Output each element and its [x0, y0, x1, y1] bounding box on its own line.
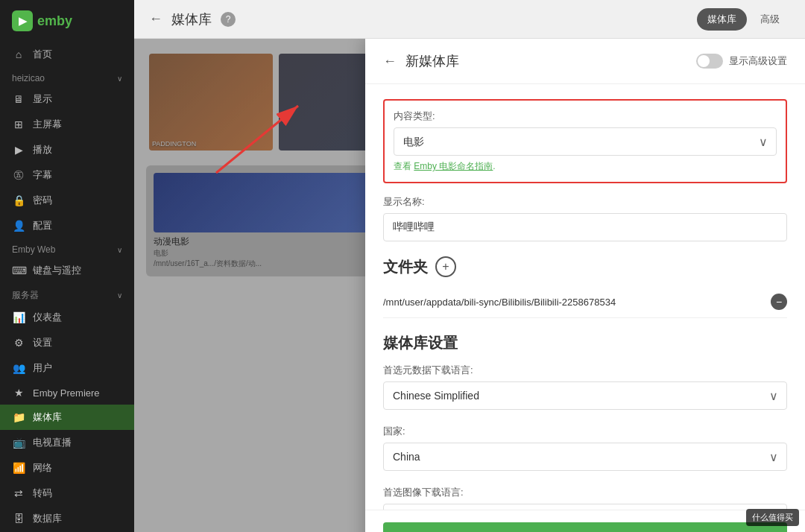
main-area: ← 媒体库 ? 媒体库 高级 PADDINGTON DIABL: [134, 0, 805, 532]
sidebar-section-embyweb: Emby Web ∨: [0, 238, 134, 258]
logo-text: emby: [37, 13, 72, 29]
library-settings-title: 媒体库设置: [383, 333, 787, 353]
sidebar-item-profile[interactable]: 👤 配置: [0, 213, 134, 238]
sidebar-item-homescreen-label: 主屏幕: [33, 118, 62, 131]
topbar-back-button[interactable]: ←: [149, 11, 162, 27]
help-button[interactable]: ?: [221, 12, 236, 27]
folder-section: 文件夹 + /mnt/user/appdata/bili-sync/Bilibi…: [383, 256, 787, 318]
display-name-input[interactable]: [383, 213, 787, 241]
sidebar-item-dashboard-label: 仪表盘: [33, 311, 62, 324]
sidebar-item-profile-label: 配置: [33, 219, 52, 232]
sidebar-item-subtitles[interactable]: ㊄ 字幕: [0, 162, 134, 188]
sidebar-item-database[interactable]: 🗄 数据库: [0, 506, 134, 531]
wifi-icon: 📶: [12, 462, 25, 474]
tab-advanced[interactable]: 高级: [750, 8, 790, 31]
folder-path-row: /mnt/user/appdata/bili-sync/Bilibilis/Bi…: [383, 286, 787, 318]
confirm-button[interactable]: 确定: [383, 522, 787, 532]
sidebar-item-transcoding-label: 转码: [33, 487, 52, 500]
country-label: 国家:: [383, 425, 787, 438]
folder-section-title: 文件夹: [383, 257, 428, 277]
image-lang-label: 首选图像下载语言:: [383, 486, 787, 499]
sidebar-item-password-label: 密码: [33, 194, 52, 207]
sidebar-item-livetv[interactable]: 📺 电视直播: [0, 430, 134, 455]
dialog-back-button[interactable]: ←: [383, 54, 397, 69]
sidebar-item-display-label: 显示: [33, 92, 52, 106]
sidebar-section-heizicao: heizicao ∨: [0, 67, 134, 86]
folder-path-text: /mnt/user/appdata/bili-sync/Bilibilis/Bi…: [383, 297, 765, 308]
display-icon: 🖥: [12, 93, 25, 105]
metadata-lang-label: 首选元数据下载语言:: [383, 364, 787, 377]
folder-icon: 📁: [12, 411, 25, 423]
dialog-header: ← 新媒体库 显示高级设置: [365, 39, 805, 84]
form-hint: 查看 Emby 电影命名指南.: [394, 160, 777, 173]
folder-remove-button[interactable]: −: [771, 294, 787, 310]
subtitle-icon: ㊄: [12, 168, 25, 182]
sidebar-item-password[interactable]: 🔒 密码: [0, 188, 134, 213]
logo-icon: ▶: [12, 10, 33, 31]
sidebar-item-network-label: 网络: [33, 461, 52, 475]
transcode-icon: ⇄: [12, 487, 25, 499]
country-select[interactable]: China: [383, 443, 787, 471]
sidebar-item-premiere[interactable]: ★ Emby Premiere: [0, 381, 134, 405]
toggle-knob: [698, 55, 710, 67]
folder-add-button[interactable]: +: [435, 256, 456, 277]
metadata-lang-select[interactable]: Chinese Simplified: [383, 381, 787, 410]
home-icon: ⌂: [12, 48, 25, 60]
sidebar-item-premiere-label: Emby Premiere: [33, 387, 100, 399]
dialog: ← 新媒体库 显示高级设置 内容类型:: [365, 39, 805, 532]
sidebar-item-library[interactable]: 📁 媒体库: [0, 405, 134, 430]
sidebar-item-network[interactable]: 📶 网络: [0, 455, 134, 481]
play-icon: ▶: [12, 144, 25, 156]
dialog-overlay: ← 新媒体库 显示高级设置 内容类型:: [134, 39, 805, 532]
sidebar-item-home[interactable]: ⌂ 首页: [0, 42, 134, 67]
sidebar-item-display[interactable]: 🖥 显示: [0, 86, 134, 112]
users-icon: 👥: [12, 362, 25, 374]
sidebar-item-homescreen[interactable]: ⊞ 主屏幕: [0, 112, 134, 137]
sidebar-item-settings[interactable]: ⚙ 设置: [0, 330, 134, 355]
folder-header: 文件夹 +: [383, 256, 787, 277]
content-type-label: 内容类型:: [394, 110, 777, 123]
star-icon: ★: [12, 387, 25, 399]
content-background: PADDINGTON DIABLO 动漫电影 电影/mnt/user/16T_a…: [134, 39, 805, 532]
person-icon: 👤: [12, 220, 25, 232]
topbar-tabs: 媒体库 高级: [697, 8, 790, 31]
keyboard-icon: ⌨: [12, 265, 25, 276]
tab-library[interactable]: 媒体库: [697, 8, 747, 31]
sidebar-item-transcoding[interactable]: ⇄ 转码: [0, 481, 134, 506]
logo-area: ▶ emby: [0, 0, 134, 42]
lock-icon: 🔒: [12, 194, 25, 206]
metadata-lang-select-wrapper: Chinese Simplified ∨: [383, 381, 787, 410]
metadata-lang-section: 首选元数据下载语言: Chinese Simplified ∨: [383, 364, 787, 410]
chevron-down-icon-2: ∨: [117, 246, 122, 254]
sidebar-item-users-label: 用户: [33, 361, 52, 375]
content-type-select[interactable]: 电影: [394, 127, 777, 156]
dialog-body: 内容类型: 电影 ∨ 查看 Emby 电影命名指南. 显: [365, 84, 805, 532]
chevron-down-icon-3: ∨: [117, 291, 122, 300]
sidebar-item-playback-label: 播放: [33, 143, 52, 156]
sidebar-item-subtitles-label: 字幕: [33, 168, 52, 182]
sidebar-item-library-label: 媒体库: [33, 411, 62, 424]
sidebar-item-playback[interactable]: ▶ 播放: [0, 137, 134, 162]
content-type-section: 内容类型: 电影 ∨ 查看 Emby 电影命名指南.: [383, 99, 787, 183]
dialog-footer: 确定: [365, 510, 805, 532]
toggle-switch[interactable]: [696, 54, 723, 69]
advanced-toggle-label: 显示高级设置: [729, 54, 787, 68]
sidebar-item-dashboard[interactable]: 📊 仪表盘: [0, 305, 134, 330]
sidebar-item-settings-label: 设置: [33, 336, 52, 349]
library-settings-section: 媒体库设置 首选元数据下载语言: Chinese Simplified ∨: [383, 333, 787, 532]
gear-icon: ⚙: [12, 337, 25, 349]
sidebar-item-database-label: 数据库: [33, 512, 62, 525]
content-type-select-wrapper: 电影 ∨: [394, 127, 777, 156]
dialog-title: 新媒体库: [405, 52, 459, 70]
tv-icon: 📺: [12, 437, 25, 449]
sidebar: ▶ emby ⌂ 首页 heizicao ∨ 🖥 显示 ⊞ 主屏幕 ▶ 播放 ㊄…: [0, 0, 134, 532]
country-section: 国家: China ∨: [383, 425, 787, 471]
sidebar-section-server: 服务器 ∨: [0, 283, 134, 305]
sidebar-item-keyboard-label: 键盘与遥控: [33, 264, 81, 277]
country-select-wrapper: China ∨: [383, 443, 787, 471]
sidebar-item-keyboard[interactable]: ⌨ 键盘与遥控: [0, 258, 134, 283]
advanced-toggle[interactable]: 显示高级设置: [696, 54, 787, 69]
naming-guide-link[interactable]: Emby 电影命名指南: [414, 161, 493, 171]
page-title: 媒体库: [171, 10, 212, 28]
sidebar-item-users[interactable]: 👥 用户: [0, 355, 134, 381]
